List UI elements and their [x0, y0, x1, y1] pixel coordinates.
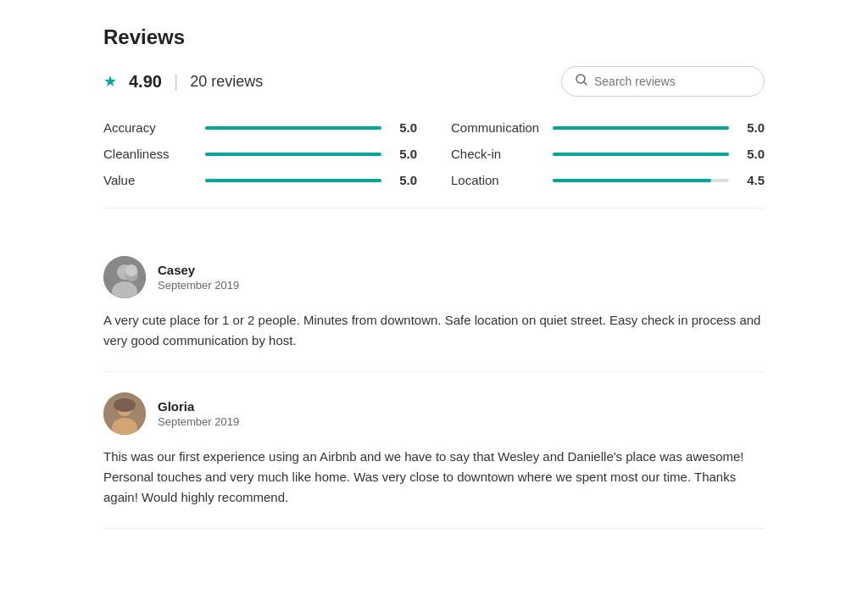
rating-value: 5.0 — [390, 120, 417, 135]
reviews-list: Casey September 2019 A very cute place f… — [103, 236, 765, 529]
review-item: Casey September 2019 A very cute place f… — [103, 236, 765, 372]
review-text: This was our first experience using an A… — [103, 447, 765, 508]
reviewer-info: Gloria September 2019 — [158, 399, 239, 428]
page-title: Reviews — [103, 25, 765, 49]
rating-value: 5.0 — [737, 147, 765, 161]
rating-bar — [205, 153, 381, 156]
review-count: 20 reviews — [190, 73, 263, 91]
svg-line-1 — [584, 82, 587, 85]
search-icon — [576, 74, 587, 89]
divider: | — [174, 72, 178, 92]
page-container: Reviews ★ 4.90 | 20 reviews Accuracy — [103, 25, 765, 529]
avatar — [103, 392, 146, 435]
search-box[interactable] — [561, 66, 765, 97]
rating-bar — [553, 153, 729, 156]
rating-value: 5.0 — [390, 173, 417, 187]
rating-value: 5.0 — [390, 147, 417, 161]
rating-row: Value 5.0 — [103, 173, 417, 187]
rating-label: Check-in — [451, 147, 544, 161]
review-item: Gloria September 2019 This was our first… — [103, 372, 765, 529]
ratings-grid: Accuracy 5.0 Communication 5.0 Cleanline… — [103, 120, 765, 209]
svg-point-10 — [114, 398, 136, 412]
avatar — [103, 256, 146, 298]
rating-row: Communication 5.0 — [451, 120, 765, 135]
overall-rating: 4.90 — [129, 72, 162, 92]
rating-row: Location 4.5 — [451, 173, 765, 187]
rating-label: Communication — [451, 120, 544, 135]
reviewer-date: September 2019 — [158, 279, 239, 292]
review-text: A very cute place for 1 or 2 people. Min… — [103, 310, 765, 351]
rating-label: Location — [451, 173, 544, 187]
rating-row: Check-in 5.0 — [451, 147, 765, 161]
reviewer-info: Casey September 2019 — [158, 263, 239, 292]
rating-label: Accuracy — [103, 120, 197, 135]
rating-row: Accuracy 5.0 — [103, 120, 417, 135]
rating-value: 5.0 — [737, 120, 765, 135]
rating-summary: ★ 4.90 | 20 reviews — [103, 72, 263, 92]
search-input[interactable] — [594, 75, 750, 88]
rating-bar — [205, 179, 381, 182]
reviewer-name: Casey — [158, 263, 239, 277]
reviewer-date: September 2019 — [158, 415, 239, 428]
rating-value: 4.5 — [737, 173, 765, 187]
reviewer-name: Gloria — [158, 399, 239, 414]
star-icon: ★ — [103, 72, 117, 91]
rating-bar — [553, 179, 729, 182]
reviewer-header: Gloria September 2019 — [103, 392, 765, 435]
svg-point-6 — [125, 264, 137, 276]
reviewer-header: Casey September 2019 — [103, 256, 765, 298]
reviews-header: ★ 4.90 | 20 reviews — [103, 66, 765, 97]
rating-row: Cleanliness 5.0 — [103, 147, 417, 161]
rating-bar — [553, 126, 729, 130]
rating-label: Value — [103, 173, 197, 187]
rating-bar — [205, 126, 381, 130]
rating-label: Cleanliness — [103, 147, 197, 161]
